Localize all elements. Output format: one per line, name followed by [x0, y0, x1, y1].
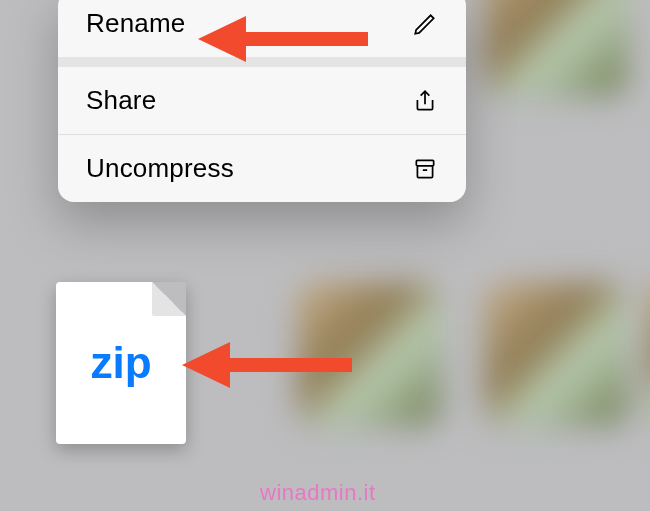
pencil-icon	[410, 9, 440, 39]
bg-thumbnail	[485, 0, 628, 95]
context-menu: Rename Share Uncompress	[58, 0, 466, 202]
file-extension-label: zip	[90, 338, 151, 388]
bg-thumbnail	[485, 282, 628, 425]
zip-file-icon[interactable]: zip	[56, 282, 186, 444]
svg-rect-1	[417, 165, 432, 177]
menu-separator	[58, 57, 466, 67]
menu-item-label: Uncompress	[86, 153, 234, 184]
menu-item-share[interactable]: Share	[58, 67, 466, 134]
share-icon	[410, 86, 440, 116]
bg-thumbnail	[298, 282, 441, 425]
menu-item-label: Rename	[86, 8, 185, 39]
archive-icon	[410, 154, 440, 184]
menu-item-label: Share	[86, 85, 156, 116]
menu-item-uncompress[interactable]: Uncompress	[58, 134, 466, 202]
watermark-text: winadmin.it	[260, 480, 376, 506]
menu-item-rename[interactable]: Rename	[58, 0, 466, 57]
